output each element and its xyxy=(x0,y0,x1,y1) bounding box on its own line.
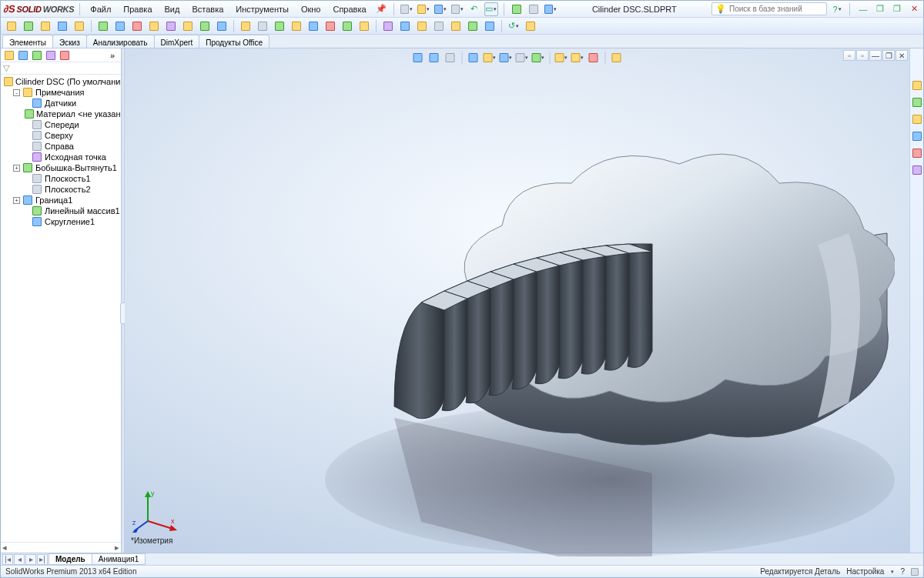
collapse-icon[interactable]: - xyxy=(13,89,20,96)
cmd-tab-dimxpert[interactable]: DimXpert xyxy=(154,35,200,48)
cmd-tab-features[interactable]: Элементы xyxy=(2,35,53,48)
tab-nav-first[interactable]: |◂ xyxy=(2,554,13,565)
tool-7[interactable] xyxy=(112,19,128,33)
tool-13[interactable] xyxy=(214,19,229,33)
expand-icon[interactable]: + xyxy=(13,197,20,204)
mdi-close[interactable]: ✕ xyxy=(896,50,908,61)
tree-node[interactable]: Плоскость2 xyxy=(2,184,121,195)
tab-nav-prev[interactable]: ◂ xyxy=(14,554,25,565)
apply-scene-button[interactable]: ▾ xyxy=(554,51,568,65)
close-button[interactable]: ✕ xyxy=(908,4,920,15)
tool-29[interactable]: ↺▾ xyxy=(506,19,521,33)
taskpane-design-library[interactable] xyxy=(911,96,923,109)
restore2-button[interactable]: ❐ xyxy=(891,4,903,15)
mdi-prev[interactable]: ▫ xyxy=(843,50,855,61)
tool-20[interactable] xyxy=(340,19,355,33)
menu-file[interactable]: Файл xyxy=(85,3,116,15)
tool-1[interactable] xyxy=(4,19,19,33)
screen-capture-button[interactable]: ▾ xyxy=(544,2,557,16)
tab-nav-last[interactable]: ▸| xyxy=(37,554,48,565)
tree-root[interactable]: Cilinder DSC (По умолчанию<<По xyxy=(2,76,121,87)
prev-view-button[interactable] xyxy=(443,51,457,65)
render-region-button[interactable] xyxy=(586,51,601,65)
tool-30[interactable] xyxy=(523,19,538,33)
tab-animation1[interactable]: Анимация1 xyxy=(92,553,146,565)
tool-22[interactable] xyxy=(380,19,396,33)
menu-window[interactable]: Окно xyxy=(296,3,326,15)
tree-node[interactable]: Исходная точка xyxy=(2,152,121,162)
restore-button[interactable]: ❐ xyxy=(874,4,886,15)
tool-25[interactable] xyxy=(431,19,447,33)
tool-2[interactable] xyxy=(21,19,36,33)
tool-3[interactable] xyxy=(38,19,53,33)
tool-5[interactable] xyxy=(72,19,87,33)
tool-17[interactable] xyxy=(289,19,304,33)
view-orientation-button[interactable]: ▾ xyxy=(482,51,497,65)
tool-14[interactable] xyxy=(238,19,253,33)
save-button[interactable]: ▾ xyxy=(434,2,447,16)
tool-21[interactable] xyxy=(357,19,372,33)
feature-manager-filter[interactable]: ▽ xyxy=(1,62,121,75)
menu-tools[interactable]: Инструменты xyxy=(231,3,293,15)
print-button[interactable]: ▾ xyxy=(450,2,464,16)
tool-23[interactable] xyxy=(397,19,413,33)
feature-tree[interactable]: Cilinder DSC (По умолчанию<<По -Примечан… xyxy=(1,75,121,542)
zoom-fit-button[interactable] xyxy=(410,51,425,65)
edit-appearance-button[interactable]: ▾ xyxy=(531,51,545,65)
tool-28[interactable] xyxy=(482,19,497,33)
menu-help[interactable]: Справка xyxy=(328,3,370,15)
taskpane-appearances[interactable] xyxy=(911,147,923,159)
rebuild-button[interactable] xyxy=(510,2,524,16)
expand-icon[interactable]: + xyxy=(13,165,20,172)
options-button[interactable] xyxy=(527,2,541,16)
new-doc-button[interactable]: ▾ xyxy=(400,2,413,16)
cmd-tab-sketch[interactable]: Эскиз xyxy=(52,35,87,48)
tool-4[interactable] xyxy=(55,19,70,33)
tool-6[interactable] xyxy=(95,19,111,33)
tool-19[interactable] xyxy=(323,19,338,33)
kb-search-input[interactable] xyxy=(729,5,823,13)
open-doc-button[interactable]: ▾ xyxy=(417,2,430,16)
tab-model[interactable]: Модель xyxy=(49,553,92,565)
tree-node[interactable]: Датчики xyxy=(2,98,121,109)
section-view-button[interactable] xyxy=(466,51,480,65)
fm-tab-display-manager[interactable] xyxy=(59,49,71,62)
zoom-area-button[interactable] xyxy=(427,51,441,65)
tool-8[interactable] xyxy=(129,19,145,33)
fm-tab-property-manager[interactable] xyxy=(17,49,29,62)
tool-24[interactable] xyxy=(414,19,430,33)
taskpane-resources[interactable] xyxy=(911,79,923,92)
tab-nav-next[interactable]: ▸ xyxy=(25,554,36,565)
tool-10[interactable] xyxy=(163,19,179,33)
mdi-min[interactable]: — xyxy=(869,50,882,61)
tree-node[interactable]: Спереди xyxy=(2,119,121,130)
taskpane-file-explorer[interactable] xyxy=(911,113,923,125)
tool-26[interactable] xyxy=(448,19,464,33)
tree-node[interactable]: -Примечания xyxy=(2,87,121,98)
tool-9[interactable] xyxy=(146,19,162,33)
display-style-button[interactable]: ▾ xyxy=(498,51,513,65)
tool-12[interactable] xyxy=(197,19,213,33)
tree-node[interactable]: Сверху xyxy=(2,130,121,141)
mdi-max[interactable]: ❐ xyxy=(882,50,895,61)
status-help-icon[interactable]: ? xyxy=(900,567,905,576)
cmd-tab-evaluate[interactable]: Анализировать xyxy=(86,35,155,48)
status-unit-icon[interactable] xyxy=(911,568,919,576)
kb-search[interactable]: 💡 xyxy=(711,2,827,15)
tree-node[interactable]: Плоскость1 xyxy=(2,173,121,184)
tree-node[interactable]: Линейный массив1 xyxy=(2,205,121,216)
toggle-1[interactable] xyxy=(609,51,624,65)
tree-hscroll[interactable]: ◂▸ xyxy=(1,542,121,553)
hide-show-button[interactable]: ▾ xyxy=(514,51,529,65)
view-settings-button[interactable]: ▾ xyxy=(570,51,584,65)
minimize-button[interactable]: — xyxy=(857,4,869,15)
undo-button[interactable]: ↶ xyxy=(467,2,481,16)
graphics-viewport[interactable]: ▫ ▫ — ❐ ✕ ▾ ▾ ▾ ▾ ▾ ▾ xyxy=(125,48,909,553)
tool-16[interactable] xyxy=(272,19,287,33)
fm-expand-icon[interactable]: » xyxy=(106,49,119,62)
select-button[interactable]: ▭▾ xyxy=(484,2,498,16)
tool-11[interactable] xyxy=(180,19,196,33)
taskpane-view-palette[interactable] xyxy=(911,130,923,142)
pin-icon[interactable]: 📌 xyxy=(374,2,388,16)
cmd-tab-office[interactable]: Продукты Office xyxy=(199,35,270,48)
